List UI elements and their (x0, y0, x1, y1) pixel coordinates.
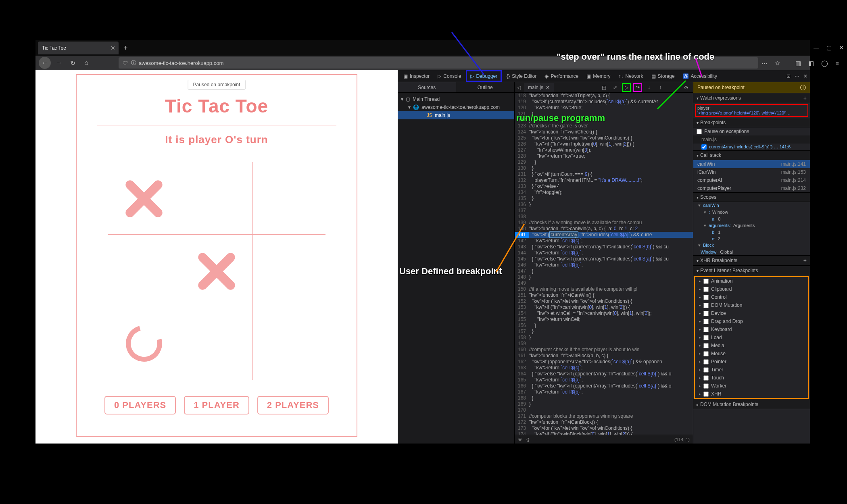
elb-item[interactable]: ▸Media (695, 342, 808, 350)
code-line[interactable]: 140"kw">function "fn">canIwin(a, b, c) {… (515, 226, 693, 232)
btn-2-players[interactable]: 2 PLAYERS (257, 396, 329, 414)
elb-item[interactable]: ▸Keyboard (695, 325, 808, 333)
watch-expression[interactable]: player: '<img src=\'o.png\' height=\'120… (695, 104, 808, 117)
code-line[interactable]: 125 "kw">for ("kw">let win "kw">of winCo… (515, 135, 693, 141)
code-line[interactable]: 122} (515, 117, 693, 123)
callstack-header[interactable]: ▾Call stack (693, 150, 810, 160)
code-line[interactable]: 152 "kw">for ("kw">let win "kw">of winCo… (515, 298, 693, 304)
code-line[interactable]: 128 "kw">return "kw">true; (515, 153, 693, 159)
code-line[interactable]: 156 } (515, 323, 693, 329)
info-icon[interactable]: i (800, 85, 806, 90)
code-line[interactable]: 141 "kw">if (currentArray."fn">includes(… (515, 232, 693, 238)
tab-performance[interactable]: ◉Performance (541, 70, 582, 82)
code-line[interactable]: 163 "kw">return `cell-${c}`; (515, 365, 693, 371)
editor-file-tab[interactable]: main.js✕ (524, 83, 554, 92)
back-button[interactable]: ← (39, 57, 51, 69)
dom-mutation-header[interactable]: ▸DOM Mutation Breakpoints (693, 400, 810, 409)
code-line[interactable]: 171//computer blocks the opponents winni… (515, 413, 693, 419)
cell-5[interactable] (253, 235, 325, 307)
elb-header[interactable]: ▾Event Listener Breakpoints (693, 266, 810, 275)
more-icon[interactable]: ⋯ (761, 60, 768, 67)
new-tab-button[interactable]: + (123, 44, 128, 52)
code-line[interactable]: 131 } "kw">if (turnCount === 9) { (515, 171, 693, 177)
code-line[interactable]: 167 "kw">return `cell-${b}`; (515, 389, 693, 395)
elb-item[interactable]: ▸Load (695, 333, 808, 342)
tab-storage[interactable]: ▤Storage (648, 70, 678, 82)
code-line[interactable]: 151"kw">function "fn">iCanWin() { (515, 292, 693, 298)
cell-6[interactable] (108, 307, 180, 380)
star-icon[interactable]: ☆ (775, 60, 780, 67)
eye-icon[interactable]: 👁 (518, 437, 522, 442)
tab-memory[interactable]: ▣Memory (583, 70, 613, 82)
cell-7[interactable] (180, 307, 253, 380)
code-line[interactable]: 150//if a winning move is available the … (515, 286, 693, 292)
scope-var[interactable]: ▾ canIWin (693, 202, 810, 209)
code-line[interactable]: 174 "kw">if ("fn">winBlock(win[0], win[1… (515, 431, 693, 435)
dock-icon[interactable]: ⊡ (786, 73, 791, 79)
close-tab-icon[interactable]: ✕ (111, 45, 115, 51)
domain-row[interactable]: ▾🌐awesome-tic-tac-toe.herokuapp.com (401, 103, 511, 111)
code-line[interactable]: 129 } (515, 159, 693, 165)
code-line[interactable]: 170 (515, 407, 693, 413)
tab-debugger[interactable]: ▷Debugger (466, 70, 502, 82)
forward-button[interactable]: → (53, 57, 65, 69)
menu-icon[interactable]: ≡ (835, 60, 839, 67)
code-line[interactable]: 124"kw">function "fn">winCheck() { (515, 129, 693, 135)
elb-item[interactable]: ▸XHR (695, 390, 808, 398)
code-line[interactable]: 162 "kw">if (opponentArray."fn">includes… (515, 359, 693, 365)
code-line[interactable]: 153 "kw">if ("fn">canIwin(win[0], win[1]… (515, 304, 693, 310)
tab-network[interactable]: ↑↓Network (615, 70, 647, 82)
code-line[interactable]: 157 } (515, 329, 693, 335)
elb-item[interactable]: ▸Timer (695, 366, 808, 374)
callstack-frame[interactable]: iCanWinmain.js:153 (693, 168, 810, 176)
deactivate-bp-icon[interactable]: ⊘ (682, 83, 691, 92)
callstack-frame[interactable]: canIWinmain.js:141 (693, 160, 810, 168)
code-line[interactable]: 168 } (515, 395, 693, 401)
home-button[interactable]: ⌂ (81, 57, 92, 69)
code-line[interactable]: 133 } "kw">else { (515, 183, 693, 190)
code-line[interactable]: 147 } (515, 268, 693, 274)
code-line[interactable]: 146 "kw">return `cell-${b}`; (515, 262, 693, 268)
scopes-header[interactable]: ▾Scopes (693, 192, 810, 202)
code-line[interactable]: 143 } "kw">else "kw">if (currentArray."f… (515, 244, 693, 250)
code-line[interactable]: 166 } "kw">else "kw">if (opponentArray."… (515, 383, 693, 389)
tab-accessibility[interactable]: ♿Accessibility (680, 70, 720, 82)
code-line[interactable]: 148} (515, 274, 693, 280)
code-line[interactable]: 130 } (515, 165, 693, 171)
scope-var[interactable]: b:1 (693, 229, 810, 235)
maximize-icon[interactable]: ▢ (826, 44, 832, 51)
cell-4[interactable] (180, 235, 253, 307)
scope-var[interactable]: ▾ arguments:Arguments (693, 222, 810, 229)
tab-inspector[interactable]: ▣Inspector (400, 70, 433, 82)
scope-var[interactable]: Window:Global (693, 249, 810, 255)
reload-button[interactable]: ↻ (67, 57, 78, 69)
prev-icon[interactable]: ◁ (517, 85, 521, 90)
callstack-frame[interactable]: computerAImain.js:214 (693, 176, 810, 184)
code-line[interactable]: 155 "kw">return winCell; (515, 317, 693, 323)
code-line[interactable]: 149 (515, 280, 693, 286)
outline-tab[interactable]: Outline (456, 82, 515, 92)
sidebar-icon[interactable]: ◧ (808, 60, 814, 67)
btn-0-players[interactable]: 0 PLAYERS (104, 396, 176, 414)
step-out-button[interactable]: ↑ (656, 83, 665, 92)
add-xhr-icon[interactable]: + (803, 257, 807, 264)
code-line[interactable]: 161"kw">function "fn">winBlock(a, b, c) … (515, 353, 693, 359)
code-line[interactable]: 132 playerTurn."fn">innerHTML = "It's a … (515, 177, 693, 183)
resume-button[interactable]: ▷ (622, 83, 631, 92)
account-icon[interactable]: ◯ (821, 60, 828, 67)
code-line[interactable]: 137 (515, 208, 693, 214)
minimize-icon[interactable]: — (814, 44, 819, 51)
scope-var[interactable]: ▾ :Window (693, 209, 810, 216)
scope-var[interactable]: ▾ Block (693, 242, 810, 249)
library-icon[interactable]: ▥ (795, 60, 801, 67)
close-file-icon[interactable]: ✕ (546, 85, 550, 90)
close-devtools-icon[interactable]: ✕ (803, 73, 807, 79)
sources-tab[interactable]: Sources (398, 82, 456, 92)
step-in-button[interactable]: ↓ (645, 83, 653, 92)
code-line[interactable]: 118"kw">function "fn">winTriplet(a, b, c… (515, 93, 693, 99)
step-over-button[interactable]: ↷ (633, 83, 642, 92)
cell-1[interactable] (180, 162, 253, 235)
cell-8[interactable] (253, 307, 325, 380)
elb-item[interactable]: ▸Clipboard (695, 285, 808, 293)
code-line[interactable]: 172"kw">function "fn">iCanBlock() { (515, 419, 693, 425)
